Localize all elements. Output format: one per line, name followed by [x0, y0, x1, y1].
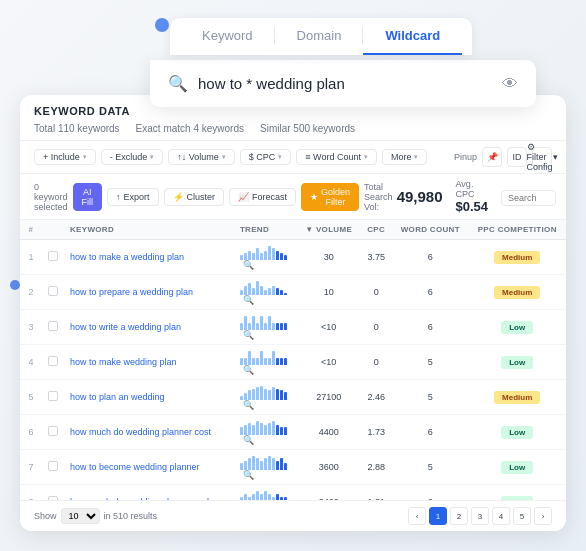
trend-cell: 🔍: [234, 345, 297, 380]
trend-bar: [280, 290, 283, 295]
keyword-text[interactable]: how to make a wedding plan: [70, 252, 184, 262]
trend-search-icon[interactable]: 🔍: [243, 365, 254, 375]
trend-bar: [260, 461, 263, 470]
row-checkbox[interactable]: [48, 461, 58, 471]
trend-search-icon[interactable]: 🔍: [243, 435, 254, 445]
trend-bar: [252, 253, 255, 260]
word-count-cell: 6: [392, 415, 468, 450]
trend-bar: [244, 461, 247, 470]
trend-bars: [240, 384, 291, 400]
keyword-text[interactable]: how to become wedding planner: [70, 462, 200, 472]
trend-bar: [272, 458, 275, 470]
word-count-cell: 6: [392, 275, 468, 310]
trend-bar: [272, 248, 275, 260]
trend-bar: [256, 421, 259, 435]
id-icon-btn[interactable]: ID: [507, 147, 527, 167]
pagination: Show 10 25 50 in 510 results ‹ 1 2 3 4 5…: [20, 500, 566, 531]
filter-right: Pinup 📌 ID ⚙ Filter Config ▾: [454, 147, 552, 167]
trend-search-icon[interactable]: 🔍: [243, 260, 254, 270]
tab-bar: Keyword Domain Wildcard: [170, 18, 472, 55]
row-checkbox[interactable]: [48, 356, 58, 366]
forecast-button[interactable]: 📈 Forecast: [229, 188, 296, 206]
page-btn-1[interactable]: 1: [429, 507, 447, 525]
trend-search-icon[interactable]: 🔍: [243, 470, 254, 480]
keyword-cell: how to prepare a wedding plan: [64, 275, 234, 310]
more-filter[interactable]: More ▾: [382, 149, 428, 165]
trend-bar: [284, 358, 287, 365]
row-checkbox-cell: [42, 275, 64, 310]
row-num: 5: [20, 380, 42, 415]
cpc-cell: 0: [360, 310, 392, 345]
page-btn-4[interactable]: 4: [492, 507, 510, 525]
next-page-btn[interactable]: ›: [534, 507, 552, 525]
keyword-text[interactable]: how to write a wedding plan: [70, 322, 181, 332]
keyword-text[interactable]: how to make wedding plan: [70, 357, 177, 367]
competition-badge: Low: [501, 426, 533, 439]
trend-bar: [264, 323, 267, 330]
trend-bar: [252, 316, 255, 330]
tab-wildcard[interactable]: Wildcard: [363, 18, 462, 55]
row-checkbox[interactable]: [48, 391, 58, 401]
keyword-table: # KEYWORD TREND ▼ VOLUME CPC WORD COUNT …: [20, 220, 566, 516]
trend-search-icon[interactable]: 🔍: [243, 330, 254, 340]
export-button[interactable]: ↑ Export: [107, 188, 159, 206]
cluster-button[interactable]: ⚡ Cluster: [164, 188, 225, 206]
col-cpc: CPC: [360, 220, 392, 240]
trend-cell: 🔍: [234, 240, 297, 275]
trend-bar: [260, 286, 263, 295]
keyword-text[interactable]: how to plan an wedding: [70, 392, 165, 402]
volume-cell: 10: [297, 275, 360, 310]
row-checkbox[interactable]: [48, 286, 58, 296]
include-filter[interactable]: + Include ▾: [34, 149, 96, 165]
cpc-filter[interactable]: $ CPC ▾: [240, 149, 292, 165]
word-count-cell: 5: [392, 450, 468, 485]
row-num: 6: [20, 415, 42, 450]
prev-page-btn[interactable]: ‹: [408, 507, 426, 525]
page-btn-2[interactable]: 2: [450, 507, 468, 525]
trend-bar: [248, 390, 251, 400]
page-btn-3[interactable]: 3: [471, 507, 489, 525]
tab-keyword[interactable]: Keyword: [180, 18, 275, 55]
search-input[interactable]: [198, 75, 492, 92]
col-ppc: PPC COMPETITION: [468, 220, 566, 240]
filter-config-btn[interactable]: ⚙ Filter Config ▾: [532, 147, 552, 167]
trend-bar: [248, 351, 251, 365]
row-checkbox-cell: [42, 240, 64, 275]
competition-cell: Low: [468, 345, 566, 380]
trend-bar: [252, 425, 255, 435]
eye-icon[interactable]: 👁: [502, 75, 518, 93]
row-checkbox[interactable]: [48, 321, 58, 331]
table-search-input[interactable]: [501, 190, 556, 206]
keyword-cell: how to make wedding plan: [64, 345, 234, 380]
trend-bar: [244, 393, 247, 400]
row-checkbox[interactable]: [48, 251, 58, 261]
per-page-select[interactable]: 10 25 50: [61, 508, 100, 524]
competition-badge: Medium: [494, 251, 540, 264]
pin-icon-btn[interactable]: 📌: [482, 147, 502, 167]
volume-filter[interactable]: ↑↓ Volume ▾: [168, 149, 235, 165]
trend-bar: [284, 323, 287, 330]
decorative-dot-blue-left: [10, 280, 20, 290]
trend-bar: [248, 283, 251, 295]
trend-cell: 🔍: [234, 380, 297, 415]
keyword-text[interactable]: how much do wedding planner cost: [70, 427, 211, 437]
exclude-filter[interactable]: - Exclude ▾: [101, 149, 164, 165]
keyword-cell: how to plan an wedding: [64, 380, 234, 415]
page-btn-5[interactable]: 5: [513, 507, 531, 525]
tab-domain[interactable]: Domain: [275, 18, 364, 55]
keyword-cell: how to become wedding planner: [64, 450, 234, 485]
trend-search-icon[interactable]: 🔍: [243, 295, 254, 305]
word-count-filter[interactable]: ≡ Word Count ▾: [296, 149, 377, 165]
keyword-text[interactable]: how to prepare a wedding plan: [70, 287, 193, 297]
competition-cell: Low: [468, 450, 566, 485]
trend-bars: [240, 454, 291, 470]
ai-fill-button[interactable]: AI Fill: [73, 183, 103, 211]
trend-search-icon[interactable]: 🔍: [243, 400, 254, 410]
golden-filter-button[interactable]: ★ Golden Filter: [301, 183, 359, 211]
show-select: Show 10 25 50 in 510 results: [34, 508, 157, 524]
trend-bar: [252, 288, 255, 295]
trend-bars: [240, 244, 291, 260]
row-checkbox[interactable]: [48, 426, 58, 436]
col-check: [42, 220, 64, 240]
volume-cell: 27100: [297, 380, 360, 415]
